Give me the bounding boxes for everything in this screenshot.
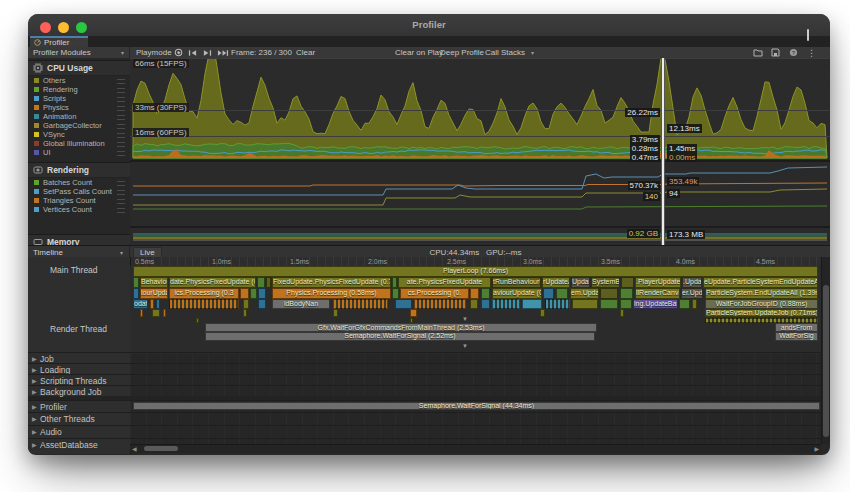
disclosure-arrow-icon[interactable]: ▶ bbox=[32, 403, 37, 410]
disclosure-arrow-icon[interactable]: ▶ bbox=[32, 415, 37, 422]
timeline-sample-bar[interactable] bbox=[243, 299, 249, 309]
timeline-sample-bar[interactable] bbox=[620, 299, 632, 309]
disclosure-arrow-icon[interactable]: ▶ bbox=[32, 355, 37, 362]
counter-vsync[interactable]: VSync bbox=[28, 130, 130, 139]
next-frame-button[interactable] bbox=[203, 47, 212, 58]
timeline-sample-bar[interactable]: ParticleSystem.UpdateJob (0.71ms) bbox=[705, 309, 818, 317]
timeline-sample-bar[interactable]: ics.Processing (0.3 bbox=[169, 288, 239, 299]
scroll-left-icon[interactable]: ◀ bbox=[132, 445, 137, 453]
cpu-usage-chart[interactable]: 66ms (15FPS)33ms (30FPS)16ms (60FPS) bbox=[130, 58, 830, 160]
timeline-sample-bar[interactable] bbox=[169, 299, 239, 309]
thread-group-scripting-threads[interactable]: ▶Scripting Threads bbox=[28, 374, 821, 385]
counter-global-illumination[interactable]: Global Illumination bbox=[28, 139, 130, 148]
rendering-chart[interactable] bbox=[130, 162, 830, 226]
timeline-sample-bar[interactable]: idBodyNan bbox=[272, 299, 330, 309]
counter-batches-count[interactable]: Batches Count bbox=[28, 178, 130, 187]
timeline-sample-bar[interactable]: FixedUpdate.PhysicsFixedUpdate (0.75ms) bbox=[272, 277, 391, 288]
timeline-sample-bar[interactable] bbox=[150, 299, 154, 309]
timeline-sample-bar[interactable]: Behaviou bbox=[140, 277, 168, 288]
timeline-sample-bar[interactable]: llRenderCanvas bbox=[635, 288, 680, 299]
timeline-sample-bar[interactable] bbox=[600, 288, 618, 299]
counter-garbagecollector[interactable]: GarbageCollector bbox=[28, 121, 130, 130]
timeline-sample-bar[interactable] bbox=[492, 299, 520, 309]
timeline-sample-bar[interactable] bbox=[540, 309, 545, 317]
timeline-sample-bar[interactable]: eUpdate.ParticleSystemEndUpdateAll (1 bbox=[703, 277, 818, 288]
timeline-sample-bar[interactable] bbox=[556, 288, 568, 299]
timeline-sample-bar[interactable]: andsFrom bbox=[775, 323, 818, 332]
timeline-sample-bar[interactable] bbox=[679, 299, 690, 309]
timeline-sample-bar[interactable] bbox=[140, 309, 143, 317]
timeline-sample-bar[interactable]: er.Upd bbox=[681, 288, 703, 299]
counter-others[interactable]: Others bbox=[28, 76, 130, 85]
timeline-sample-bar[interactable] bbox=[333, 309, 338, 317]
disclosure-arrow-icon[interactable]: ▶ bbox=[32, 388, 37, 395]
renChart-lines[interactable] bbox=[130, 162, 830, 226]
collapse-group-icon[interactable]: ▼ bbox=[462, 343, 468, 349]
cpu-area-chart[interactable] bbox=[130, 58, 830, 160]
disclosure-arrow-icon[interactable]: ▶ bbox=[32, 441, 37, 448]
disclosure-arrow-icon[interactable]: ▶ bbox=[32, 377, 37, 384]
timeline-sample-bar[interactable] bbox=[392, 288, 399, 299]
memChart-lines[interactable] bbox=[130, 228, 830, 243]
timeline-sample-bar[interactable]: ParticleSystem.EndUpdateAll (1.39ms) bbox=[705, 288, 818, 299]
timeline-sample-bar[interactable]: SystemB bbox=[591, 277, 620, 288]
selected-frame-line[interactable] bbox=[661, 58, 665, 245]
tab-profiler[interactable]: Profiler bbox=[30, 36, 88, 47]
record-button[interactable] bbox=[174, 47, 183, 58]
current-frame-button[interactable] bbox=[217, 47, 229, 58]
timeline-sample-bar[interactable] bbox=[156, 299, 160, 309]
timeline-sample-bar[interactable] bbox=[196, 318, 199, 323]
timeline-sample-bar[interactable]: odat bbox=[133, 299, 148, 309]
timeline-sample-bar[interactable] bbox=[258, 288, 266, 299]
timeline-sample-bar[interactable]: ing.UpdateBatch bbox=[633, 299, 678, 309]
timeline-sample-bar[interactable] bbox=[481, 288, 490, 299]
horizontal-scrollbar[interactable]: ◀ ▶ bbox=[130, 444, 821, 453]
timeline-sample-bar[interactable] bbox=[692, 299, 697, 309]
profiler-thread-bar[interactable]: Semaphore.WaitForSignal (44.34ms) bbox=[133, 402, 820, 410]
timeline-sample-bar[interactable] bbox=[333, 299, 388, 309]
timeline-sample-bar[interactable] bbox=[543, 288, 554, 299]
disclosure-arrow-icon[interactable]: ▶ bbox=[32, 428, 37, 435]
timeline-sample-bar[interactable] bbox=[133, 277, 139, 288]
timeline-sample-bar[interactable] bbox=[545, 299, 570, 309]
timeline-sample-bar[interactable] bbox=[470, 299, 478, 309]
timeline-sample-bar[interactable]: WaitForJobGroupID (0.88ms) bbox=[705, 299, 818, 309]
memory-chart[interactable] bbox=[130, 228, 830, 243]
charts-area[interactable]: 66ms (15FPS)33ms (30FPS)16ms (60FPS) 26.… bbox=[130, 58, 830, 245]
timeline-sample-bar[interactable] bbox=[257, 277, 265, 288]
timeline-sample-bar[interactable] bbox=[133, 288, 139, 299]
timeline-sample-bar[interactable] bbox=[572, 299, 598, 309]
timeline-sample-bar[interactable] bbox=[410, 309, 417, 317]
thread-group-job[interactable]: ▶Job bbox=[28, 352, 821, 363]
timeline-sample-bar[interactable] bbox=[163, 309, 166, 317]
thread-group-background-job[interactable]: ▶Background Job bbox=[28, 385, 821, 396]
timeline-sample-bar[interactable]: Physics.Processing (0.58ms) bbox=[272, 288, 391, 299]
timeline-sample-bar[interactable]: ate.PhysicsFixedUpdate bbox=[398, 277, 491, 288]
counter-physics[interactable]: Physics bbox=[28, 103, 130, 112]
timeline-sample-bar[interactable]: PlayerLoop (7.66ms) bbox=[133, 266, 818, 277]
timeline-sample-bar[interactable] bbox=[414, 299, 466, 309]
module-header[interactable]: Memory bbox=[28, 234, 130, 245]
timeline-sample-bar[interactable] bbox=[266, 277, 271, 288]
timeline-sample-bar[interactable]: .PlayerUpdateCan bbox=[635, 277, 681, 288]
vertical-scrollbar[interactable] bbox=[821, 257, 830, 444]
timeline-sample-bar[interactable] bbox=[470, 288, 479, 299]
timeline-sample-bar[interactable]: WaitForSig bbox=[775, 332, 818, 341]
counter-setpass-calls-count[interactable]: SetPass Calls Count bbox=[28, 187, 130, 196]
collapse-group-icon[interactable]: ▼ bbox=[462, 316, 468, 322]
horizontal-scrollbar-thumb[interactable] bbox=[144, 446, 178, 451]
thread-group-loading[interactable]: ▶Loading bbox=[28, 363, 821, 374]
module-header[interactable]: Rendering bbox=[28, 162, 130, 178]
timeline-sample-bar[interactable] bbox=[395, 299, 412, 309]
timeline-sample-bar[interactable]: em.Upda bbox=[570, 288, 599, 299]
timeline-sample-bar[interactable] bbox=[240, 288, 249, 299]
clear-button[interactable]: Clear bbox=[292, 47, 319, 58]
scroll-right-icon[interactable]: ▶ bbox=[814, 445, 819, 453]
prev-frame-button[interactable] bbox=[188, 47, 197, 58]
timeline-sample-bar[interactable] bbox=[620, 309, 624, 317]
save-profile-button[interactable] bbox=[771, 47, 780, 58]
help-button[interactable]: ? bbox=[789, 47, 798, 58]
counter-vertices-count[interactable]: Vertices Count bbox=[28, 205, 130, 214]
timeline-sample-bar[interactable] bbox=[481, 299, 490, 309]
timeline-sample-bar[interactable] bbox=[620, 288, 633, 299]
